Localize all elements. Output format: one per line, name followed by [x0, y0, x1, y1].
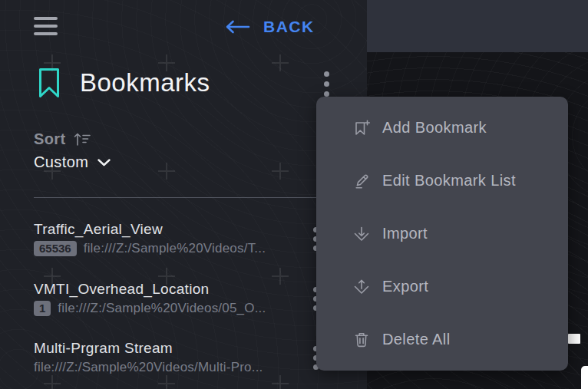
bookmark-icon: [38, 68, 60, 98]
menu-item-add-bookmark[interactable]: Add Bookmark: [316, 101, 568, 154]
sort-block: Sort Custom: [34, 130, 111, 171]
add-bookmark-icon: [352, 118, 372, 138]
bookmark-path: file:///Z:/Sample%20Videos/05_O...: [58, 301, 266, 316]
sort-label: Sort: [34, 130, 66, 148]
context-menu: Add Bookmark Edit Bookmark List Import E…: [316, 97, 568, 371]
menu-item-export[interactable]: Export: [316, 260, 568, 313]
menu-item-label: Add Bookmark: [382, 119, 487, 137]
bookmark-path: file:///Z:/Sample%20Videos/Multi-Pro...: [34, 360, 263, 375]
page-title: Bookmarks: [80, 68, 210, 97]
bookmark-title: Multi-Prgram Stream: [34, 340, 356, 357]
sort-dropdown-value: Custom: [34, 153, 88, 171]
edit-icon: [352, 171, 372, 191]
menu-item-edit-bookmark-list[interactable]: Edit Bookmark List: [316, 154, 568, 207]
bookmark-path: file:///Z:/Sample%20Videos/T...: [84, 241, 266, 256]
bookmark-badge: 65536: [34, 241, 77, 256]
bookmark-badge: 1: [34, 301, 51, 316]
bookmarks-options-button[interactable]: [324, 71, 329, 97]
chevron-down-icon: [97, 159, 111, 166]
map-control[interactable]: [568, 334, 580, 344]
plus-grid-decoration: [0, 0, 367, 389]
menu-item-label: Edit Bookmark List: [382, 172, 516, 190]
menu-item-delete-all[interactable]: Delete All: [316, 313, 568, 366]
bookmarks-panel: BACK Bookmarks Sort Custom: [0, 0, 367, 389]
back-arrow-icon: [225, 20, 251, 34]
back-button[interactable]: BACK: [225, 17, 315, 37]
menu-item-label: Delete All: [382, 331, 451, 348]
bookmark-list-item[interactable]: VMTI_Overhead_Location 1 file:///Z:/Samp…: [34, 281, 356, 316]
delete-icon: [352, 330, 372, 350]
sort-order-icon[interactable]: [73, 131, 91, 147]
import-icon: [352, 224, 372, 244]
bookmark-title: VMTI_Overhead_Location: [34, 281, 356, 298]
back-button-label: BACK: [263, 18, 315, 36]
bookmark-list-item[interactable]: Multi-Prgram Stream file:///Z:/Sample%20…: [34, 340, 356, 375]
export-icon: [352, 277, 372, 297]
menu-item-label: Import: [382, 225, 428, 242]
bookmark-list-item[interactable]: Traffic_Aerial_View 65536 file:///Z:/Sam…: [34, 221, 356, 256]
menu-item-label: Export: [382, 278, 428, 295]
panel-header: Bookmarks: [38, 68, 210, 98]
bookmark-title: Traffic_Aerial_View: [34, 221, 356, 238]
menu-item-import[interactable]: Import: [316, 207, 568, 260]
map-control[interactable]: [581, 366, 588, 389]
screen: BACK Bookmarks Sort Custom: [0, 0, 588, 389]
hamburger-menu-button[interactable]: [34, 17, 58, 35]
map-toolbar: [367, 0, 588, 52]
sort-dropdown[interactable]: Custom: [34, 153, 111, 171]
